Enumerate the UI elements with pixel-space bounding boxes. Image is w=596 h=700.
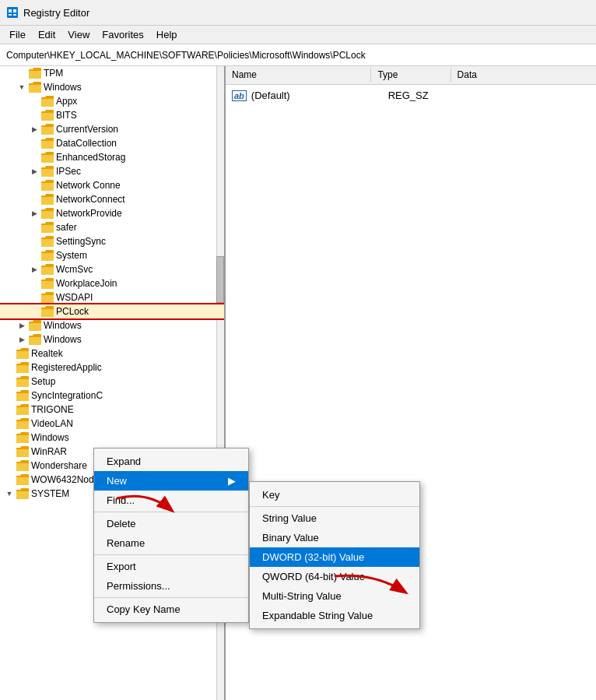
svg-rect-0 (7, 7, 18, 18)
folder-icon-system (40, 250, 54, 261)
expand-icon (3, 431, 16, 444)
expand-icon (3, 473, 16, 486)
svg-rect-1 (9, 9, 12, 12)
expand-icon: ▶ (28, 165, 40, 178)
tree-label-system-root: SYSTEM (30, 488, 69, 499)
folder-icon-es (40, 152, 54, 163)
expand-icon (3, 389, 16, 402)
context-copy-key[interactable]: Copy Key Name (94, 600, 248, 619)
menu-file[interactable]: File (3, 27, 32, 42)
menu-help[interactable]: Help (150, 27, 184, 42)
tree-item-workplacejoin[interactable]: WorkplaceJoin (0, 276, 224, 290)
tree-item-videolan[interactable]: VideoLAN (0, 417, 224, 431)
scrollbar-thumb[interactable] (216, 256, 224, 303)
tree-item-syncintegration[interactable]: SyncIntegrationC (0, 389, 224, 403)
context-find[interactable]: Find... (94, 491, 248, 510)
registry-entry-default[interactable]: ab (Default) REG_SZ (229, 88, 593, 103)
expand-icon (3, 445, 16, 458)
tree-item-windows-bottom[interactable]: Windows (0, 431, 224, 445)
submenu-key[interactable]: Key (250, 485, 419, 505)
context-export[interactable]: Export (94, 557, 248, 576)
tree-label-win2: Windows (42, 320, 82, 331)
submenu-binary-value[interactable]: Binary Value (250, 528, 419, 547)
tree-item-registeredapplic[interactable]: RegisteredApplic (0, 361, 224, 375)
reg-type-icon: ab (232, 90, 247, 101)
tree-label-tpm: TPM (42, 68, 63, 79)
tree-item-enhancedstorage[interactable]: EnhancedStorag (0, 150, 224, 164)
folder-icon-wow (16, 474, 30, 485)
tree-item-realtek[interactable]: Realtek (0, 346, 224, 361)
submenu-separator (250, 506, 419, 507)
context-rename[interactable]: Rename (94, 533, 248, 553)
tree-item-appx[interactable]: Appx (0, 94, 224, 108)
tree-item-windows2[interactable]: ▶ Windows (0, 318, 224, 332)
tree-item-wcmsvc[interactable]: ▶ WcmSvc (0, 262, 224, 276)
folder-icon-nc (40, 180, 54, 191)
expand-icon (3, 459, 16, 472)
menu-view[interactable]: View (61, 27, 96, 42)
main-content: TPM ▼ Windows Appx (0, 66, 596, 700)
expand-icon: ▶ (28, 123, 40, 135)
context-expand[interactable]: Expand (94, 452, 248, 471)
tree-item-settingsync[interactable]: SettingSync (0, 234, 224, 248)
folder-icon-realtek (16, 348, 30, 359)
folder-icon-system-root (16, 488, 30, 499)
tree-item-wsdapi[interactable]: WSDAPI (0, 290, 224, 304)
right-header: Name Type Data (226, 66, 596, 85)
expand-icon (28, 109, 40, 121)
submenu-expandable-value[interactable]: Expandable String Value (250, 606, 419, 625)
right-content: ab (Default) REG_SZ (226, 85, 596, 106)
tree-item-datacollection[interactable]: DataCollection (0, 136, 224, 150)
tree-item-networkconne[interactable]: Network Conne (0, 178, 224, 192)
tree-item-networkconnect[interactable]: NetworkConnect (0, 192, 224, 206)
tree-item-windows3[interactable]: ▶ Windows (0, 332, 224, 346)
reg-name: (Default) (251, 90, 290, 101)
folder-icon-winrar (16, 446, 30, 457)
expand-icon: ▶ (28, 207, 40, 220)
tree-item-currentversion[interactable]: ▶ CurrentVersion (0, 122, 224, 136)
tree-item-system[interactable]: System (0, 248, 224, 262)
context-delete[interactable]: Delete (94, 514, 248, 533)
tree-item-tpm[interactable]: TPM (0, 66, 224, 80)
tree-label-appx: Appx (54, 96, 77, 107)
menu-favorites[interactable]: Favorites (96, 27, 149, 42)
folder-icon-bits (40, 110, 54, 121)
expand-icon (3, 361, 16, 374)
tree-item-trigone[interactable]: TRIGONE (0, 403, 224, 417)
tree-item-pclock[interactable]: PCLock (0, 304, 224, 318)
tree-item-safer[interactable]: safer (0, 220, 224, 234)
submenu-qword-value[interactable]: QWORD (64-bit) Value (250, 567, 419, 586)
expand-icon (28, 249, 40, 262)
tree-item-bits[interactable]: BITS (0, 108, 224, 122)
tree-label-nct: NetworkConnect (54, 194, 125, 205)
tree-item-setup[interactable]: Setup (0, 375, 224, 389)
submenu-string-value[interactable]: String Value (250, 508, 419, 528)
tree-label-cv: CurrentVersion (54, 124, 118, 135)
folder-icon-videolan (16, 418, 30, 429)
tree-label-trigone: TRIGONE (30, 404, 74, 415)
folder-icon-windows (28, 82, 42, 93)
tree-item-networkprovider[interactable]: ▶ NetworkProvide (0, 206, 224, 220)
expand-icon: ▶ (28, 263, 40, 276)
submenu-dword-value[interactable]: DWORD (32-bit) Value (250, 547, 419, 567)
folder-icon-ipsec (40, 166, 54, 177)
tree-label-nc: Network Conne (54, 180, 121, 191)
context-menu: Expand New ▶ Find... Delete Rename Expor… (93, 448, 249, 623)
folder-icon-cv (40, 124, 54, 135)
expand-icon: ▼ (16, 81, 28, 93)
col-name-header: Name (226, 68, 371, 83)
expand-icon: ▶ (16, 333, 28, 346)
tree-label-winb: Windows (30, 432, 69, 443)
submenu-multistring-value[interactable]: Multi-String Value (250, 586, 419, 606)
tree-label-ipsec: IPSec (54, 166, 81, 177)
menu-edit[interactable]: Edit (32, 27, 61, 42)
context-permissions[interactable]: Permissions... (94, 576, 248, 596)
tree-item-windows-parent[interactable]: ▼ Windows (0, 80, 224, 94)
folder-icon-ra (16, 362, 30, 373)
expand-icon (3, 417, 16, 430)
col-type-header: Type (371, 68, 451, 83)
tree-label-pclock: PCLock (54, 306, 89, 317)
expand-icon (3, 403, 16, 416)
tree-item-ipsec[interactable]: ▶ IPSec (0, 164, 224, 178)
context-new[interactable]: New ▶ (94, 471, 248, 491)
